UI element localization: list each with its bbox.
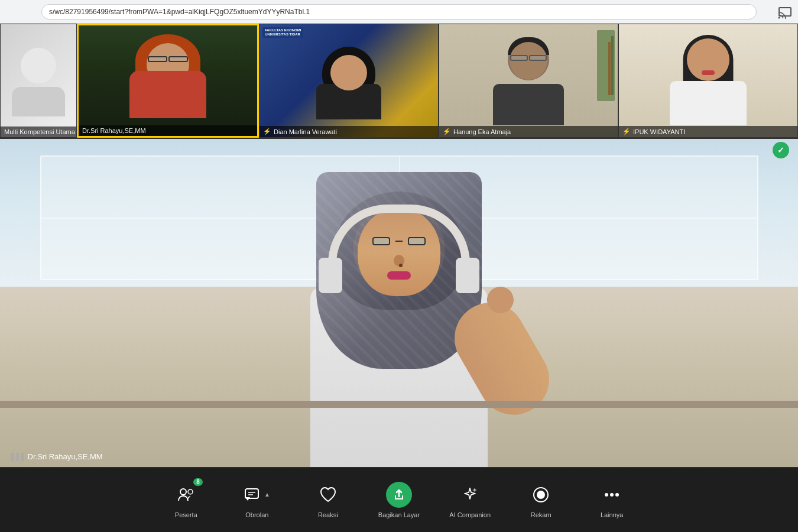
toolbar-reaksi[interactable]: Reaksi — [307, 482, 349, 518]
peserta-icon: 8 — [173, 482, 199, 508]
toolbar-obrolan[interactable]: ▲ Obrolan — [236, 482, 278, 518]
thumb-4-label: ⚡ Hanung Eka Atmaja — [439, 126, 618, 137]
url-bar[interactable]: s/wc/82791956499/start?fromPWA=1&pwd=alK… — [41, 4, 757, 20]
svg-point-9 — [605, 493, 608, 497]
thumb-5-label: ⚡ IPUK WIDAYANTI — [619, 126, 797, 137]
svg-point-2 — [180, 489, 186, 495]
thumbnail-strip: Multi Kompetensi Utama — [0, 24, 798, 139]
toolbar-ai[interactable]: AI Companion — [449, 482, 491, 518]
thumb-1-name: Multi Kompetensi Utama — [4, 128, 75, 135]
speaker-label: ▐▐▐ Dr.Sri Rahayu,SE,MM — [9, 452, 103, 461]
rekam-icon — [528, 482, 554, 508]
thumb-5-name: IPUK WIDAYANTI — [633, 128, 685, 135]
peserta-badge: 8 — [193, 478, 203, 486]
ai-sparkle-icon-svg — [461, 486, 479, 504]
peserta-label: Peserta — [175, 511, 197, 518]
rekam-label: Rekam — [531, 511, 552, 518]
ai-icon — [457, 482, 483, 508]
svg-point-1 — [778, 17, 780, 18]
reaksi-icon — [315, 482, 341, 508]
ai-label: AI Companion — [449, 511, 491, 518]
toolbar-lainnya[interactable]: Lainnya — [591, 482, 632, 518]
toolbar-peserta[interactable]: 8 Peserta — [166, 482, 207, 518]
obrolan-btn: ▲ — [244, 486, 270, 503]
browser-icon-area — [778, 5, 792, 19]
thumb-4-name: Hanung Eka Atmaja — [453, 128, 511, 135]
toolbar-rekam[interactable]: Rekam — [520, 482, 562, 518]
browser-bar: s/wc/82791956499/start?fromPWA=1&pwd=alK… — [0, 0, 798, 24]
svg-point-11 — [615, 493, 619, 497]
obrolan-arrow: ▲ — [264, 491, 270, 498]
thumbnail-4[interactable]: ⚡ Hanung Eka Atmaja — [439, 24, 618, 138]
lainnya-label: Lainnya — [601, 511, 624, 518]
thumbnail-2[interactable]: Dr.Sri Rahayu,SE,MM — [77, 24, 259, 138]
bagikan-icon — [386, 482, 412, 508]
screen-share-icon-svg — [392, 488, 406, 501]
thumb-5-mic: ⚡ — [622, 128, 631, 135]
security-checkmark: ✓ — [777, 145, 784, 155]
thumbnail-5[interactable]: ⚡ IPUK WIDAYANTI — [618, 24, 798, 138]
toolbar: 8 Peserta ▲ Obrolan Reaksi — [0, 467, 798, 532]
svg-point-8 — [537, 491, 545, 499]
lainnya-icon — [599, 482, 625, 508]
thumbnail-3[interactable]: FAKULTAS EKONOMIUNIVERSITAS TIDAR ⚡ Dian… — [259, 24, 439, 138]
thumb-2-name: Dr.Sri Rahayu,SE,MM — [82, 127, 146, 134]
svg-rect-4 — [245, 489, 258, 498]
toolbar-bagikan[interactable]: Bagikan Layar — [378, 482, 420, 518]
thumb-1-label: Multi Kompetensi Utama — [1, 126, 76, 137]
share-circle — [386, 482, 412, 508]
chat-icon-svg — [244, 486, 262, 503]
speaker-signal: ▐▐▐ — [9, 453, 24, 461]
thumb-3-mic: ⚡ — [263, 128, 271, 135]
obrolan-label: Obrolan — [245, 511, 268, 518]
url-text: s/wc/82791956499/start?fromPWA=1&pwd=alK… — [49, 8, 310, 16]
people-icon-svg — [177, 486, 195, 503]
main-video-person — [0, 139, 798, 467]
speaker-name: Dr.Sri Rahayu,SE,MM — [28, 452, 103, 461]
person-figure — [245, 139, 553, 467]
cast-icon[interactable] — [778, 5, 792, 19]
thumb-3-name: Dian Marlina Verawati — [274, 128, 337, 135]
thumb-2-label: Dr.Sri Rahayu,SE,MM — [79, 125, 257, 136]
reaksi-label: Reaksi — [318, 511, 338, 518]
svg-point-3 — [188, 489, 193, 494]
svg-rect-0 — [779, 8, 791, 16]
thumb-3-label: ⚡ Dian Marlina Verawati — [259, 126, 438, 137]
thumbnail-1[interactable]: Multi Kompetensi Utama — [0, 24, 77, 138]
video-area: Multi Kompetensi Utama — [0, 24, 798, 467]
obrolan-icon-wrapper: ▲ — [244, 482, 270, 508]
svg-point-10 — [610, 493, 614, 497]
more-icon-svg — [603, 486, 621, 504]
main-video: ▐▐▐ Dr.Sri Rahayu,SE,MM — [0, 139, 798, 467]
bagikan-label: Bagikan Layar — [378, 511, 420, 518]
thumb-4-mic: ⚡ — [443, 128, 451, 135]
record-icon-svg — [532, 486, 550, 504]
heart-icon-svg — [319, 486, 337, 504]
security-badge: ✓ — [773, 142, 789, 158]
